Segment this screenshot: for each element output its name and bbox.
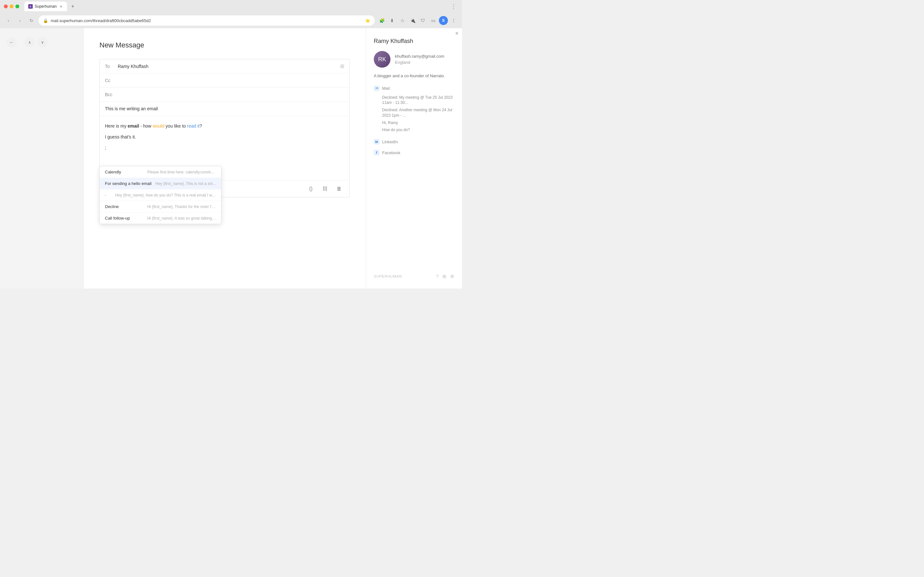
close-button[interactable] [4,5,8,8]
body-prefix: Here is my [105,123,128,129]
facebook-section: f Facebook [374,150,454,155]
sidebar-icon[interactable]: ▭ [429,16,438,25]
snippet-name-calendly: Calendly [105,169,144,174]
compose-area: New Message To Ramy Khuffash ⊞ Cc Bcc [83,28,366,288]
url-display: mail.superhuman.com/thread/draft00cbcadd… [51,18,363,23]
bcc-label: Bcc [105,92,118,97]
next-email-button[interactable]: ∨ [37,37,47,47]
snippet-item-calendly[interactable]: Calendly Please find time here: calendly… [100,166,221,178]
star-icon[interactable]: ☆ [398,16,407,25]
body-line2: I guess that's it. [105,133,344,141]
linkedin-icon: in [374,139,380,145]
cc-label: Cc [105,78,118,83]
facebook-section-header: f Facebook [374,150,454,155]
body-link-read[interactable]: read it [187,123,200,129]
to-value[interactable]: Ramy Khuffash [118,64,340,69]
body-link-would[interactable]: would [153,123,165,129]
grid-icon[interactable]: ⊞ [443,274,446,279]
snippet-name-dash: - [105,193,111,197]
snippet-item-followup[interactable]: Call follow-up Hi {first_name}, It was s… [100,213,221,224]
address-bar[interactable]: 🔒 mail.superhuman.com/thread/draft00cbca… [39,15,375,26]
browser-refresh-button[interactable]: ↻ [27,16,36,25]
maximize-button[interactable] [15,5,19,8]
mail-item-0: Declined: My meeting @ Tue 25 Jul 2023 1… [374,94,454,107]
subject-field[interactable]: This is me writing an email [100,102,349,116]
snippets-dropdown: Calendly Please find time here: calendly… [99,166,221,224]
linkedin-section: in LinkedIn [374,139,454,145]
browser-chrome: 6 Superhuman ✕ + ⋮ ‹ › ↻ 🔒 mail.superhum… [0,0,462,28]
active-tab[interactable]: 6 Superhuman ✕ [24,2,67,11]
bcc-field[interactable]: Bcc [100,87,349,102]
tab-bar: 6 Superhuman ✕ + [24,2,78,11]
cc-field[interactable]: Cc [100,73,349,87]
snippet-preview-calendly: Please find time here: calendly.com/exam… [147,170,216,174]
snippet-name-hello: For sending a hello email [105,181,152,186]
settings-icon[interactable]: ⚙ [450,274,454,279]
contact-info: khuffash.ramy@gmail.com England [395,54,444,65]
puzzle-icon[interactable]: 🔌 [408,16,417,25]
app-layout: ← ∧ ∨ New Message To Ramy Khuffash ⊞ Cc [0,28,462,288]
snippet-preview-decline: Hi {first_name}, Thanks for the note! I'… [147,205,216,209]
contact-location: England [395,60,444,65]
shield-icon[interactable]: 🛡 [418,16,427,25]
avatar: RK [374,51,391,68]
snippet-preview-dash: Hey {first_name}, how do you do? This is… [115,193,216,197]
prev-email-button[interactable]: ∧ [24,37,35,47]
more-options-icon[interactable]: ⋮ [449,16,458,25]
body-bold-email: email [128,123,139,129]
delete-icon: 🗑 [336,186,342,192]
mail-section-icon: ✉ [374,85,380,91]
linkedin-section-header: in LinkedIn [374,139,454,145]
body-mid2: you like to [164,123,187,129]
linkedin-section-title: LinkedIn [382,139,398,144]
snippet-name-decline: Decline [105,204,144,209]
browser-menu-button[interactable]: ⋮ [449,2,458,11]
email-back-button[interactable]: ← [6,37,17,47]
contact-name: Ramy Khuffash [374,38,454,45]
mail-item-3: How do you do? [374,126,454,134]
snippet-name-followup: Call follow-up [105,216,144,221]
right-panel: Ramy Khuffash RK khuffash.ramy@gmail.com… [366,28,462,288]
title-bar: 6 Superhuman ✕ + ⋮ [0,0,462,13]
main-content: New Message To Ramy Khuffash ⊞ Cc Bcc [83,28,366,288]
mail-section-title: Mail [382,86,390,91]
snippet-item-dash[interactable]: - Hey {first_name}, how do you do? This … [100,189,221,201]
facebook-section-title: Facebook [382,150,401,155]
mail-item-2: Hi, Ramy [374,119,454,127]
help-icon[interactable]: ? [436,274,439,279]
extensions-icon[interactable]: 🧩 [377,16,386,25]
mail-item-1: Declined: Another meeting @ Mon 24 Jul 2… [374,106,454,119]
browser-forward-button[interactable]: › [15,16,24,25]
status-dot [456,32,458,35]
subject-value: This is me writing an email [105,106,158,111]
address-bar-row: ‹ › ↻ 🔒 mail.superhuman.com/thread/draft… [0,13,462,28]
body-cursor: ; [105,144,344,152]
recipients-icon[interactable]: ⊞ [340,63,344,69]
browser-back-button[interactable]: ‹ [4,16,13,25]
profile-button[interactable]: S [439,16,448,25]
compose-title: New Message [99,41,350,49]
link-button[interactable]: ⛓ [320,184,330,194]
snippet-item-hello[interactable]: For sending a hello email Hey {first_nam… [100,178,221,189]
snippet-item-decline[interactable]: Decline Hi {first_name}, Thanks for the … [100,201,221,213]
tab-close-button[interactable]: ✕ [59,4,63,9]
email-form: To Ramy Khuffash ⊞ Cc Bcc This is me wri… [99,59,350,197]
download-icon[interactable]: ⬇ [388,16,397,25]
snippet-preview-hello: Hey {first_name}, This is not a sni... [155,181,216,186]
snippet-preview-followup: Hi {first_name}, It was so great talking… [147,216,216,221]
code-button[interactable]: {} [306,184,316,194]
traffic-lights [4,5,19,8]
new-tab-button[interactable]: + [68,2,78,11]
mail-section-header: ✉ Mail [374,85,454,91]
to-field: To Ramy Khuffash ⊞ [100,59,349,73]
link-icon: ⛓ [322,186,328,192]
footer: SUPERHUMAN ? ⊞ ⚙ [374,274,454,279]
delete-button[interactable]: 🗑 [334,184,344,194]
sidebar: ← ∧ ∨ [0,28,83,288]
contact-email: khuffash.ramy@gmail.com [395,54,444,59]
tab-label: Superhuman [35,4,57,9]
tab-favicon: 6 [28,4,33,9]
to-label: To [105,64,118,69]
minimize-button[interactable] [10,5,13,8]
browser-toolbar: 🧩 ⬇ ☆ 🔌 🛡 ▭ S ⋮ [377,16,458,25]
